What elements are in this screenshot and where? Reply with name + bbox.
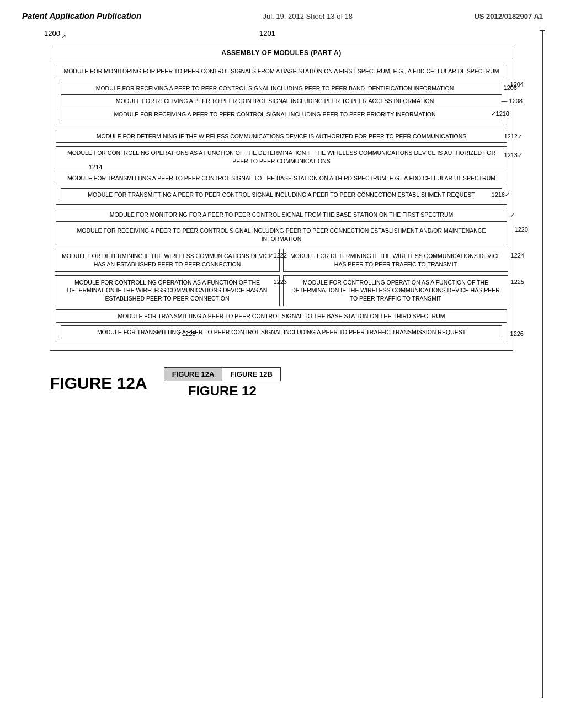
mod-transmitting-1214: MODULE FOR TRANSMITTING A PEER TO PEER C… bbox=[56, 172, 507, 185]
top-group-box: MODULE FOR MONITORING FOR PEER TO PEER C… bbox=[56, 65, 507, 125]
figure-tabs-group: FIGURE 12A FIGURE 12B FIGURE 12 bbox=[164, 367, 281, 399]
label-1220: 1220 bbox=[515, 226, 528, 233]
tab-12a[interactable]: FIGURE 12A bbox=[164, 368, 223, 381]
mod-1216-wrapper: MODULE FOR TRANSMITTING A PEER TO PEER C… bbox=[61, 188, 502, 202]
label-1210: ✓1210 bbox=[491, 110, 509, 119]
group-1214-box: MODULE FOR TRANSMITTING A PEER TO PEER C… bbox=[56, 172, 507, 205]
mod-1216: MODULE FOR TRANSMITTING A PEER TO PEER C… bbox=[61, 188, 502, 202]
group-1204: MODULE FOR MONITORING FOR PEER TO PEER C… bbox=[56, 65, 507, 125]
outer-box: ASSEMBLY OF MODULES (PART A) MODULE FOR … bbox=[50, 46, 513, 351]
label-1204: 1204 bbox=[510, 81, 524, 88]
page: Patent Application Publication Jul. 19, … bbox=[0, 0, 565, 728]
bottom-area: FIGURE 12A FIGURE 12A FIGURE 12B FIGURE … bbox=[50, 367, 546, 399]
figure-12-label: FIGURE 12 bbox=[188, 383, 257, 399]
label-1200: 1200 bbox=[44, 29, 60, 38]
subgroup-1204-inner: MODULE FOR RECEIVING A PEER TO PEER CONT… bbox=[61, 82, 502, 121]
label-1225: 1225 bbox=[511, 278, 524, 286]
diagram-area: 1200 ↗ 1201 ASSEMBLY OF MODULES (PART A)… bbox=[50, 29, 546, 399]
two-col-1222-1224: MODULE FOR DETERMINING IF THE WIRELESS C… bbox=[55, 249, 508, 271]
label-1212: 1212✓ bbox=[504, 133, 523, 140]
group-1214-wrapper: 1214 MODULE FOR TRANSMITTING A PEER TO P… bbox=[56, 172, 507, 205]
mod-1220: MODULE FOR RECEIVING A PEER TO PEER CONT… bbox=[56, 224, 507, 245]
publication-label: Patent Application Publication bbox=[22, 11, 141, 20]
mod-1220-wrapper: MODULE FOR RECEIVING A PEER TO PEER CONT… bbox=[56, 224, 507, 245]
label-1228: ✓1228 bbox=[177, 330, 195, 338]
sheet-info: Jul. 19, 2012 Sheet 13 of 18 bbox=[141, 12, 474, 20]
group-1226-box: MODULE FOR TRANSMITTING A PEER TO PEER C… bbox=[56, 309, 507, 342]
mod-1212: MODULE FOR DETERMINING IF THE WIRELESS C… bbox=[56, 130, 507, 143]
col-1222: MODULE FOR DETERMINING IF THE WIRELESS C… bbox=[55, 249, 280, 271]
mod-1218-wrapper: MODULE FOR MONITORING FOR A PEER TO PEER… bbox=[56, 208, 507, 222]
label-1201: 1201 bbox=[259, 29, 275, 38]
label-1213: 1213✓ bbox=[504, 152, 523, 159]
mod-transmitting-1226: MODULE FOR TRANSMITTING A PEER TO PEER C… bbox=[56, 310, 507, 323]
mod-1218: MODULE FOR MONITORING FOR A PEER TO PEER… bbox=[56, 208, 507, 222]
figure-12a-large: FIGURE 12A bbox=[50, 374, 147, 393]
two-col-1223-1225: MODULE FOR CONTROLLING OPERATION AS A FU… bbox=[55, 275, 508, 306]
patent-number: US 2012/0182907 A1 bbox=[474, 12, 543, 20]
label-1226: 1226 bbox=[510, 330, 524, 337]
col-1225: MODULE FOR CONTROLLING OPERATION AS A FU… bbox=[283, 275, 508, 306]
label-1208: — 1208 bbox=[501, 97, 523, 105]
arrow-1200: ↗ bbox=[61, 33, 66, 40]
figure-tabs-row: FIGURE 12A FIGURE 12B bbox=[164, 367, 281, 381]
mod-1210: MODULE FOR RECEIVING A PEER TO PEER CONT… bbox=[61, 108, 502, 121]
mod-1206: MODULE FOR RECEIVING A PEER TO PEER CONT… bbox=[61, 82, 502, 95]
col-1224: MODULE FOR DETERMINING IF THE WIRELESS C… bbox=[283, 249, 508, 271]
mod-1213: MODULE FOR CONTROLLING OPERATIONS AS A F… bbox=[56, 146, 507, 168]
label-1224: 1224 bbox=[511, 251, 524, 260]
mod-1213-wrapper: MODULE FOR CONTROLLING OPERATIONS AS A F… bbox=[56, 146, 507, 168]
page-header: Patent Application Publication Jul. 19, … bbox=[22, 11, 543, 24]
mod-1226-sub: MODULE FOR TRANSMITTING A PEER TO PEER C… bbox=[61, 325, 502, 339]
label-1214-top: 1214 bbox=[89, 164, 102, 170]
mod-monitoring-top: MODULE FOR MONITORING FOR PEER TO PEER C… bbox=[56, 65, 507, 78]
mod-1208: MODULE FOR RECEIVING A PEER TO PEER CONT… bbox=[61, 95, 502, 108]
label-1216: 1216✓ bbox=[492, 191, 510, 198]
mod-1226-sub-wrapper: MODULE FOR TRANSMITTING A PEER TO PEER C… bbox=[61, 325, 502, 339]
tab-12b[interactable]: FIGURE 12B bbox=[222, 368, 280, 381]
mod-1212-wrapper: MODULE FOR DETERMINING IF THE WIRELESS C… bbox=[56, 130, 507, 143]
assembly-title: ASSEMBLY OF MODULES (PART A) bbox=[50, 46, 513, 60]
label-1218-side: ✓ bbox=[510, 211, 515, 218]
group-1226-wrapper: MODULE FOR TRANSMITTING A PEER TO PEER C… bbox=[56, 309, 507, 342]
col-1223: MODULE FOR CONTROLLING OPERATION AS A FU… bbox=[55, 275, 280, 306]
